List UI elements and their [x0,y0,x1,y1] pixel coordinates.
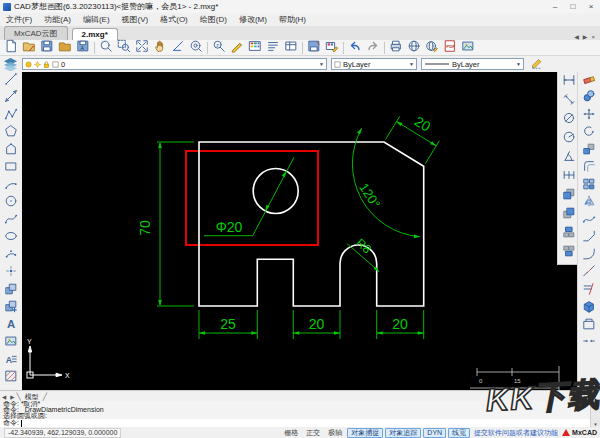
model-nav-prev-icon[interactable]: ◀ [0,394,8,400]
move-button[interactable] [579,107,599,125]
fillet-button[interactable] [579,247,599,265]
selection-rectangle[interactable] [186,151,318,245]
circle-button[interactable] [1,195,21,213]
new-file-button[interactable] [2,40,20,55]
spline-button[interactable] [1,212,21,230]
web-publish-button[interactable] [423,40,441,55]
minimize-button[interactable]: – [546,2,564,11]
spline-edit-button[interactable] [579,212,599,230]
erase-button[interactable] [579,72,599,90]
layer-dropdown-arrow-icon[interactable]: ▼ [319,61,324,67]
pdf-export-button[interactable]: PDF [441,40,459,55]
print-button[interactable] [387,40,405,55]
chamfer-button[interactable] [579,230,599,248]
order-above-button[interactable] [559,224,579,243]
drawing-canvas[interactable]: 70 25 20 20 20 120° R8 Φ20 [22,72,578,390]
mtext-button[interactable]: A [1,352,21,370]
shape-button[interactable] [1,142,21,160]
ellipse-button[interactable] [1,230,21,248]
text-style-button[interactable] [264,40,282,55]
close-button[interactable]: × [582,2,600,11]
viewport-button[interactable] [579,317,599,335]
feedback-link[interactable]: 提交软件问题或者建议功能 [474,428,558,438]
undo-button[interactable] [346,40,364,55]
layer-manager-button[interactable] [282,40,300,55]
redo-button[interactable] [364,40,382,55]
rotate-button[interactable] [579,125,599,143]
tab-scroll-left-icon[interactable]: ◀ [572,33,581,40]
model-scroll-left-icon[interactable]: ◀ [569,393,581,401]
zoom-window-button[interactable] [115,40,133,55]
open-file-button[interactable] [20,40,38,55]
order-front-button[interactable] [559,186,579,205]
dim-radius-button[interactable] [559,129,579,148]
color-palette-button[interactable] [246,40,264,55]
point-button[interactable] [1,265,21,283]
open-folder-button[interactable] [56,40,74,55]
polygon-button[interactable] [1,125,21,143]
image-export-button[interactable] [459,40,477,55]
box-3d-button[interactable] [579,300,599,318]
image-button[interactable] [1,335,21,353]
command-scrollbar[interactable]: ▲ ▼ [590,401,600,427]
status-toggle-栅格[interactable]: 栅格 [281,429,301,437]
arc-cont-button[interactable] [1,247,21,265]
render-settings-button[interactable] [323,40,341,55]
insert-block-button[interactable] [1,300,21,318]
menu-item-7[interactable]: 帮助(H) [273,14,312,25]
draw-pencil-button[interactable] [228,40,246,55]
status-toggle-正交[interactable]: 正交 [303,429,323,437]
block-button[interactable] [1,282,21,300]
dim-linear-button[interactable] [559,72,579,91]
command-window[interactable]: 命令: *取消*命令: _DrawDiametricDimension选择圆弧或… [0,401,600,428]
dim-diameter-button[interactable] [559,110,579,129]
line-angle-button[interactable] [169,40,187,55]
layers-icon[interactable] [3,56,18,73]
color-dropdown-arrow-icon[interactable]: ▼ [409,61,414,67]
save-as-button[interactable]: A [74,40,92,55]
order-back-button[interactable] [559,205,579,224]
pan-button[interactable] [151,40,169,55]
zoom-in-button[interactable] [97,40,115,55]
menu-item-3[interactable]: 视图(V) [116,14,155,25]
model-scroll-right-icon[interactable]: ▶ [584,393,596,401]
tab-close-icon[interactable]: × [589,34,597,40]
mirror-button[interactable] [579,195,599,213]
dim-continue-button[interactable] [559,167,579,186]
status-toggle-线宽[interactable]: 线宽 [448,428,470,438]
status-toggle-对象追踪[interactable]: 对象追踪 [385,428,421,438]
arc-button[interactable] [1,177,21,195]
linetype-select[interactable]: ByLayer ▼ [421,58,524,70]
properties-pencil-icon[interactable] [529,56,543,72]
polyline-button[interactable] [1,107,21,125]
text-button[interactable]: A [1,317,21,335]
plot-settings-button[interactable] [305,40,323,55]
find-button[interactable]: z [210,40,228,55]
menu-item-4[interactable]: 格式(O) [154,14,194,25]
status-toggle-极轴[interactable]: 极轴 [325,429,345,437]
xline-button[interactable] [1,90,21,108]
menu-item-0[interactable]: 文件(F) [0,14,38,25]
command-scroll-up-icon[interactable]: ▲ [593,401,597,406]
tab-scroll-right-icon[interactable]: ▶ [581,33,590,40]
join-button[interactable] [579,335,599,353]
menu-item-5[interactable]: 绘图(D) [194,14,233,25]
array-button[interactable] [579,177,599,195]
dim-angular-button[interactable] [559,148,579,167]
menu-item-6[interactable]: 修改(M) [233,14,273,25]
trim-button[interactable] [579,282,599,300]
model-tab[interactable]: 模型 [21,392,43,402]
zoom-realtime-button[interactable] [187,40,205,55]
menu-item-1[interactable]: 功能(A) [38,14,77,25]
web-open-button[interactable] [405,40,423,55]
copy-obj-button[interactable] [579,90,599,108]
dim-aligned-button[interactable] [559,91,579,110]
hatch-button[interactable] [1,370,21,388]
offset-button[interactable] [579,160,599,178]
status-toggle-DYN[interactable]: DYN [423,428,446,438]
line-button[interactable] [1,72,21,90]
break-button[interactable] [579,265,599,283]
layer-select[interactable]: 0 ▼ [22,58,327,70]
menu-item-2[interactable]: 编辑(E) [77,14,116,25]
status-toggle-对象捕捉[interactable]: 对象捕捉 [347,428,383,438]
